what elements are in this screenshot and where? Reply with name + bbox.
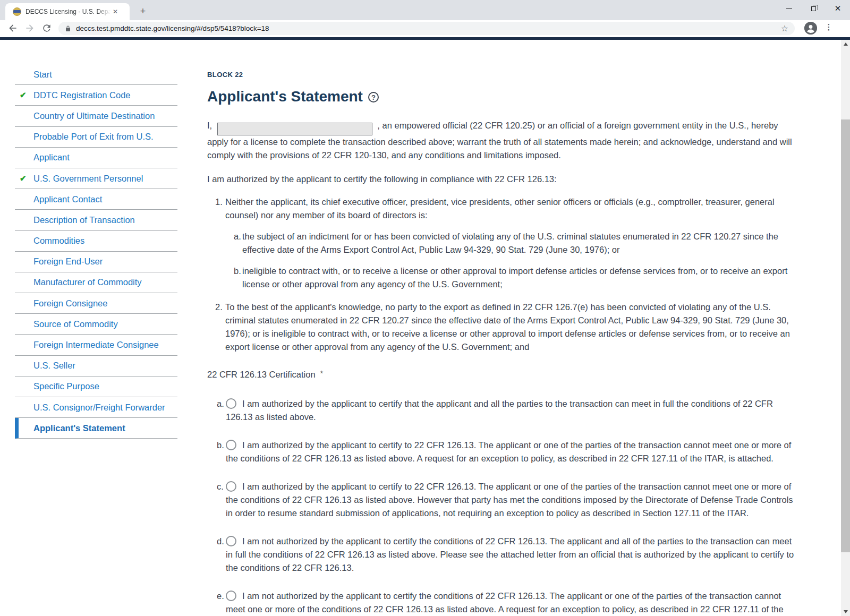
browser-tab[interactable]: DECCS Licensing - U.S. Departme ✕ [5, 3, 130, 20]
page-title-text: Applicant's Statement [207, 88, 363, 105]
reload-button[interactable] [40, 22, 53, 35]
tab-close-icon[interactable]: ✕ [113, 8, 118, 15]
sidebar-item-foreign-intermediate-consignee[interactable]: Foreign Intermediate Consignee [15, 335, 177, 355]
sidebar-item-country-of-ultimate-destination[interactable]: Country of Ultimate Destination [15, 106, 177, 126]
sidebar-item-foreign-consignee[interactable]: Foreign Consignee [15, 293, 177, 314]
condition-item-1: 1. Neither the applicant, its chief exec… [207, 195, 798, 291]
sidebar-item-label: Specific Purpose [33, 381, 99, 391]
scroll-down-arrow[interactable] [841, 608, 850, 616]
sidebar-item-label: Description of Transaction [33, 215, 135, 225]
sidebar-item-description-of-transaction[interactable]: Description of Transaction [15, 210, 177, 230]
back-arrow-icon [7, 23, 18, 33]
sidebar-item-foreign-end-user[interactable]: Foreign End-User [15, 252, 177, 272]
reload-icon [41, 23, 52, 33]
certification-label: 22 CFR 126.13 Certification* [207, 366, 798, 381]
authorized-line: I am authorized by the applicant to cert… [207, 173, 798, 186]
sidebar-item-specific-purpose[interactable]: Specific Purpose [15, 377, 177, 397]
sidebar-item-commodities[interactable]: Commodities [15, 231, 177, 252]
applicants-statement-form: BLOCK 22 Applicant's Statement? I, , an … [207, 68, 798, 616]
radio-button-option-a[interactable] [226, 398, 236, 409]
condition-text: Neither the applicant, its chief executi… [225, 197, 775, 220]
option-letter: d. [217, 535, 224, 548]
sidebar-item-label: Commodities [33, 236, 84, 246]
person-icon [804, 22, 817, 35]
sidebar-item-manufacturer-of-commodity[interactable]: Manufacturer of Commodity [15, 272, 177, 293]
condition-number: 2. [215, 301, 223, 314]
condition-number: 1. [215, 195, 223, 209]
state-dept-seal-favicon [13, 7, 21, 16]
tab-title: DECCS Licensing - U.S. Departme [26, 8, 110, 15]
sidebar-item-applicant-contact[interactable]: Applicant Contact [15, 189, 177, 210]
sidebar-item-label: Start [33, 70, 52, 80]
radio-button-option-e[interactable] [226, 591, 236, 601]
option-text: I am authorized by the applicant to cert… [226, 440, 791, 463]
triangle-up-icon [844, 42, 848, 46]
sidebar-item-label: Country of Ultimate Destination [33, 111, 155, 121]
sidebar-item-applicants-statement[interactable]: Applicant's Statement [15, 418, 177, 439]
sidebar-item-probable-port-of-exit[interactable]: Probable Port of Exit from U.S. [15, 127, 177, 148]
certification-label-text: 22 CFR 126.13 Certification [207, 370, 316, 379]
sidebar-item-applicant[interactable]: Applicant [15, 148, 177, 168]
condition-subitem-a: a. the subject of an indictment for or h… [225, 230, 798, 256]
window-minimize-button[interactable] [777, 0, 801, 17]
scroll-up-arrow[interactable] [841, 40, 850, 48]
form-step-sidebar: Start DDTC Registration Code Country of … [15, 64, 177, 439]
radio-button-option-c[interactable] [226, 481, 236, 492]
sidebar-item-ddtc-registration-code[interactable]: DDTC Registration Code [15, 85, 177, 106]
profile-avatar[interactable] [804, 22, 817, 35]
certification-option-b: b.I am authorized by the applicant to ce… [207, 439, 798, 465]
sidebar-item-start[interactable]: Start [15, 64, 177, 85]
certification-option-e: e.I am not authorized by the applicant t… [207, 589, 798, 616]
help-icon[interactable]: ? [368, 92, 379, 102]
bookmark-star-icon[interactable]: ☆ [781, 23, 788, 33]
subitem-text: the subject of an indictment for or has … [242, 232, 778, 254]
sidebar-item-label: Applicant's Statement [33, 423, 125, 433]
subitem-letter: a. [234, 230, 241, 243]
sidebar-item-us-seller[interactable]: U.S. Seller [15, 356, 177, 377]
condition-text: To the best of the applicant's knowledge… [225, 302, 790, 352]
certification-option-d: d.I am not authorized by the applicant t… [207, 535, 798, 575]
option-text: I am not authorized by the applicant to … [226, 536, 794, 572]
back-button[interactable] [6, 22, 19, 35]
option-letter: c. [217, 480, 224, 493]
address-bar[interactable]: deccs.test.pmddtc.state.gov/licensing/#/… [58, 22, 795, 35]
block-label: BLOCK 22 [207, 68, 798, 81]
sidebar-item-label: Manufacturer of Commodity [33, 277, 142, 287]
sidebar-item-us-government-personnel[interactable]: U.S. Government Personnel [15, 168, 177, 189]
sidebar-item-label: Applicant [33, 152, 70, 162]
scrollbar-thumb[interactable] [841, 119, 850, 552]
page-scrollbar [841, 40, 850, 616]
sidebar-item-label: Foreign End-User [33, 256, 103, 267]
browser-toolbar: deccs.test.pmddtc.state.gov/licensing/#/… [0, 20, 850, 36]
window-close-button[interactable]: ✕ [826, 0, 850, 17]
radio-button-option-d[interactable] [226, 536, 236, 546]
sidebar-item-label: U.S. Consignor/Freight Forwarder [33, 403, 165, 413]
subitem-text: ineligible to contract with, or to recei… [242, 266, 787, 289]
browser-menu-icon[interactable]: ⋮ [823, 22, 834, 32]
option-letter: b. [217, 439, 224, 452]
sidebar-item-label: Foreign Consignee [33, 298, 107, 309]
page-top-border [0, 37, 850, 40]
close-icon: ✕ [835, 4, 842, 13]
new-tab-button[interactable]: + [136, 5, 150, 19]
browser-titlebar: DECCS Licensing - U.S. Departme ✕ + ✕ [0, 0, 850, 20]
page-title: Applicant's Statement? [207, 87, 798, 106]
radio-button-option-b[interactable] [226, 440, 236, 450]
sidebar-item-label: DDTC Registration Code [33, 90, 130, 100]
condition-item-2: 2. To the best of the applicant's knowle… [207, 301, 798, 354]
minimize-icon [786, 8, 792, 9]
certification-option-a: a.I am authorized by the applicant to ce… [207, 397, 798, 424]
certification-option-c: c.I am authorized by the applicant to ce… [207, 480, 798, 520]
sidebar-item-label: Probable Port of Exit from U.S. [33, 132, 154, 142]
sidebar-item-label: Source of Commodity [33, 319, 118, 329]
forward-button[interactable] [23, 22, 36, 35]
required-asterisk: * [320, 369, 324, 378]
intro-prefix: I, [207, 121, 212, 130]
sidebar-item-source-of-commodity[interactable]: Source of Commodity [15, 314, 177, 335]
lock-icon [65, 25, 71, 32]
sidebar-item-us-consignor-freight-forwarder[interactable]: U.S. Consignor/Freight Forwarder [15, 397, 177, 418]
window-restore-button[interactable] [801, 0, 826, 17]
option-text: I am not authorized by the applicant to … [226, 591, 784, 616]
check-icon [20, 174, 27, 183]
empowered-official-name-input[interactable] [217, 123, 372, 135]
